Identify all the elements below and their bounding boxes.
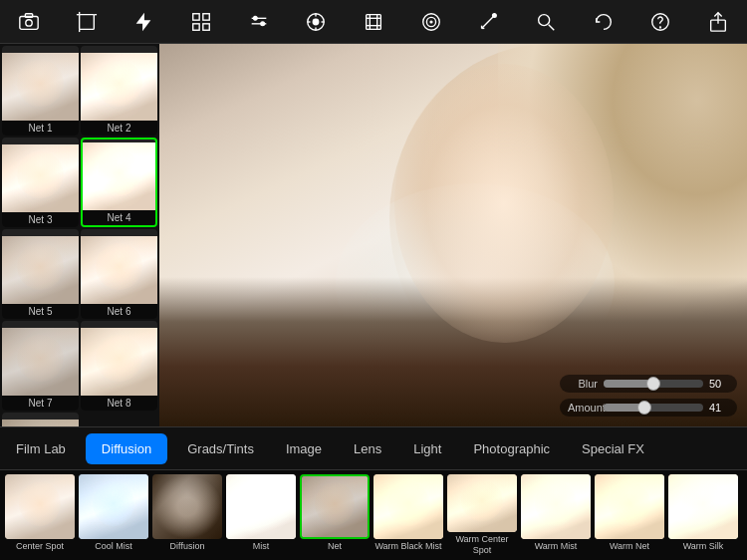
toolbar: [0, 0, 747, 44]
svg-line-31: [482, 15, 495, 28]
strip-label: Diffusion: [170, 541, 205, 552]
middle-row: Net 1 Net 2 Net 3 Net 4 Net 5: [0, 44, 747, 426]
strip-item-mist[interactable]: Mist: [225, 474, 297, 556]
svg-rect-1: [25, 13, 32, 17]
svg-point-34: [493, 13, 497, 17]
app-layout: Net 1 Net 2 Net 3 Net 4 Net 5: [0, 0, 747, 560]
bolt-icon[interactable]: [125, 4, 161, 40]
sliders-panel: Blur 50 Amount 41: [560, 375, 737, 417]
amount-slider-row: Amount 41: [560, 399, 737, 417]
strip-label: Center Spot: [16, 541, 64, 552]
category-special-fx[interactable]: Special FX: [566, 433, 660, 464]
svg-point-38: [660, 27, 661, 28]
category-diffusion[interactable]: Diffusion: [86, 433, 167, 464]
thumbnail-net2[interactable]: Net 2: [81, 46, 157, 136]
svg-rect-11: [193, 23, 199, 29]
amount-track[interactable]: [604, 404, 703, 412]
thumbnail-net4[interactable]: Net 4: [81, 138, 157, 227]
strip-item-warm-mist[interactable]: Warm Mist: [520, 474, 592, 556]
thumbnail-net1[interactable]: Net 1: [2, 46, 79, 136]
thumbnail-net6[interactable]: Net 6: [81, 229, 157, 319]
svg-point-35: [539, 14, 550, 25]
svg-rect-9: [193, 13, 199, 19]
thumbnail-label: Net 4: [83, 210, 155, 225]
thumbnail-label: Net 6: [81, 304, 157, 319]
strip-item-warm-silk[interactable]: Warm Silk: [667, 474, 739, 556]
thumbnail-net3[interactable]: Net 3: [2, 138, 79, 227]
blur-slider-row: Blur 50: [560, 375, 737, 393]
amount-value: 41: [709, 402, 729, 414]
share-icon[interactable]: [700, 4, 736, 40]
thumbnail-net5[interactable]: Net 5: [2, 229, 79, 319]
thumbnail-label: Net 1: [2, 121, 79, 136]
strip-item-diffusion[interactable]: Diffusion: [151, 474, 223, 556]
strip-item-net[interactable]: Net: [299, 474, 371, 556]
thumbnail-label: Net 2: [81, 121, 157, 136]
svg-point-16: [260, 22, 264, 26]
category-film-lab[interactable]: Film Lab: [0, 433, 82, 464]
crop-icon[interactable]: [69, 4, 105, 40]
strip-label: Net: [328, 541, 342, 552]
svg-line-36: [549, 24, 555, 30]
category-photographic[interactable]: Photographic: [457, 433, 566, 464]
strip-label: Warm Center Spot: [446, 534, 518, 556]
sliders-icon[interactable]: [241, 4, 277, 40]
category-lens[interactable]: Lens: [338, 433, 397, 464]
blur-track[interactable]: [604, 380, 703, 388]
pen-icon[interactable]: [470, 4, 506, 40]
svg-rect-3: [79, 14, 94, 29]
thumbnail-label: Net 8: [81, 396, 157, 411]
strip-label: Cool Mist: [95, 541, 132, 552]
strip-item-warm-center-spot[interactable]: Warm Center Spot: [446, 474, 518, 556]
search-icon[interactable]: [528, 4, 564, 40]
category-bar: Film Lab Diffusion Grads/Tints Image Len…: [0, 426, 747, 470]
svg-rect-12: [203, 23, 209, 29]
strip-label: Warm Black Mist: [374, 541, 441, 552]
thumbnail-label: Net 7: [2, 396, 79, 411]
strip-label: Warm Net: [610, 541, 649, 552]
svg-point-15: [253, 16, 257, 20]
camera-icon[interactable]: [11, 4, 47, 40]
strip-item-warm-net[interactable]: Warm Net: [594, 474, 665, 556]
crop2-icon[interactable]: [356, 4, 391, 40]
star-icon[interactable]: [298, 4, 334, 40]
svg-rect-10: [203, 13, 209, 19]
category-light[interactable]: Light: [397, 433, 457, 464]
refresh-icon[interactable]: [586, 4, 622, 40]
strip-label: Warm Mist: [535, 541, 578, 552]
bottom-strip: Center Spot Cool Mist Diffusion Mist: [0, 470, 747, 560]
svg-rect-0: [20, 16, 38, 29]
svg-marker-8: [136, 12, 151, 30]
help-icon[interactable]: [642, 4, 678, 40]
strip-item-center-spot[interactable]: Center Spot: [4, 474, 76, 556]
target-icon[interactable]: [413, 4, 449, 40]
svg-point-2: [26, 19, 32, 25]
strip-label: Warm Silk: [683, 541, 724, 552]
thumbnail-film-lab[interactable]: Film Lab: [2, 413, 79, 426]
svg-point-18: [314, 19, 320, 25]
grid-icon[interactable]: [183, 4, 219, 40]
thumbnail-net8[interactable]: Net 8: [81, 321, 157, 411]
category-image[interactable]: Image: [270, 433, 338, 464]
amount-label: Amount: [568, 402, 598, 414]
strip-item-cool-mist[interactable]: Cool Mist: [78, 474, 149, 556]
strip-item-warm-black-mist[interactable]: Warm Black Mist: [373, 474, 444, 556]
thumbnail-label: Net 3: [2, 212, 79, 227]
thumbnail-net7[interactable]: Net 7: [2, 321, 79, 411]
main-image: Blur 50 Amount 41: [159, 44, 747, 426]
svg-rect-23: [367, 14, 381, 29]
category-grads-tints[interactable]: Grads/Tints: [171, 433, 270, 464]
blur-label: Blur: [568, 378, 598, 390]
left-panel: Net 1 Net 2 Net 3 Net 4 Net 5: [0, 44, 159, 426]
svg-point-30: [430, 21, 432, 23]
thumbnail-label: Net 5: [2, 304, 79, 319]
blur-value: 50: [709, 378, 729, 390]
strip-label: Mist: [253, 541, 270, 552]
